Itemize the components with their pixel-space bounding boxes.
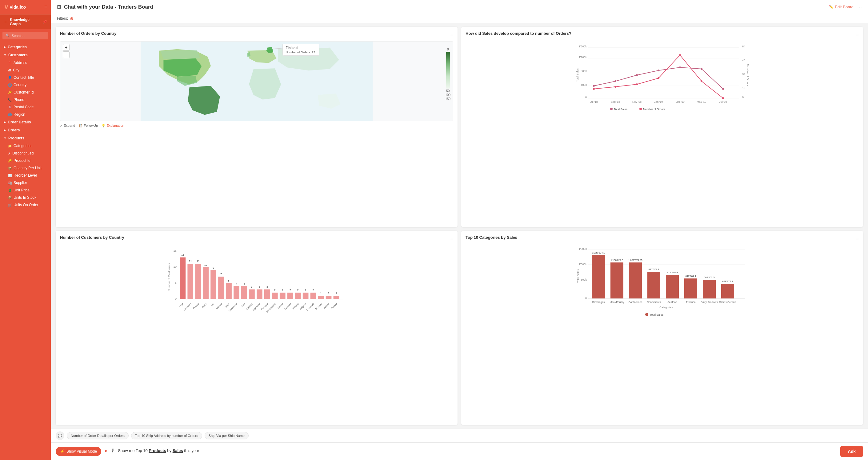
svg-text:32: 32 [742, 72, 745, 76]
more-options-button[interactable]: ··· [857, 4, 862, 10]
bar1-menu-icon[interactable]: ≡ [451, 236, 453, 242]
chat-footer: ⚡ Show Visual Mode ➤ 🎙 Show me Top 10 Pr… [51, 442, 868, 460]
sidebar-item-reorder-level[interactable]: 📊 Reorder Level [0, 172, 51, 179]
svg-text:4: 4 [243, 282, 245, 285]
svg-rect-94 [326, 296, 332, 299]
map-zoom-out-button[interactable]: − [63, 51, 69, 58]
svg-text:3: 3 [259, 285, 260, 288]
sidebar-item-region[interactable]: 🌐 Region [0, 111, 51, 118]
city-icon: 🏙 [8, 69, 11, 72]
chat-input-text[interactable]: Show me Top 10 Products by Sales this ye… [118, 448, 837, 453]
svg-text:Finland: Finland [292, 303, 299, 310]
followup-button[interactable]: 📋 FollowUp [79, 124, 98, 127]
sidebar-item-supplier[interactable]: 🏭 Supplier [0, 179, 51, 186]
bar2-menu-icon[interactable]: ≡ [856, 236, 859, 242]
svg-text:Jan '19: Jan '19 [654, 100, 663, 103]
sidebar-item-customer-id[interactable]: 🔑 Customer Id [0, 89, 51, 96]
explanation-button[interactable]: 💡 Explanation [101, 124, 124, 127]
sidebar-item-country[interactable]: 🌐 Country [0, 81, 51, 89]
edit-board-button[interactable]: ✏️ Edit Board [829, 5, 854, 9]
reorder-level-icon: 📊 [8, 174, 12, 177]
svg-text:5: 5 [175, 281, 177, 284]
ask-button[interactable]: Ask [840, 446, 863, 457]
svg-point-153 [645, 313, 648, 316]
sidebar-item-products[interactable]: ▼ Products [0, 134, 51, 142]
svg-text:Total Sales: Total Sales [650, 313, 664, 316]
map-chart-title: Number of Orders by Country [60, 31, 116, 36]
categories-label: Categories [8, 45, 27, 49]
svg-text:Total Sales: Total Sales [614, 108, 628, 111]
search-box[interactable]: 🔍 [2, 32, 48, 39]
chat-keyword-sales: Sales [173, 448, 183, 453]
sidebar-item-product-id[interactable]: 🔑 Product Id [0, 157, 51, 164]
sidebar-item-order-details[interactable]: ▶ Order Details [0, 118, 51, 126]
svg-text:Ireland: Ireland [323, 303, 330, 310]
svg-rect-134 [647, 272, 660, 299]
visual-mode-button[interactable]: ⚡ Show Visual Mode [56, 447, 101, 456]
svg-point-29 [593, 85, 595, 87]
sidebar-item-city[interactable]: 🏙 City [0, 66, 51, 74]
kg-pin-icon: 📌 [42, 20, 47, 24]
sidebar-item-contact-title[interactable]: 👤 Contact Title [0, 74, 51, 81]
topbar: ⊞ Chat with your Data - Traders Board ✏️… [51, 0, 868, 14]
svg-text:Number of Orders: 22: Number of Orders: 22 [285, 51, 315, 54]
sidebar: ∨ vidalico ≡ ← Knowledge Graph 📌 🔍 ▶ Cat… [0, 0, 51, 460]
explanation-icon: 💡 [101, 124, 105, 127]
svg-text:Brazil: Brazil [201, 303, 207, 309]
sidebar-item-qty-per-unit[interactable]: 📦 Quantity Per Unit [0, 164, 51, 172]
sidebar-item-address[interactable]: 📍 Address [0, 59, 51, 66]
svg-rect-88 [303, 293, 309, 299]
svg-rect-64 [211, 270, 216, 299]
svg-rect-74 [249, 289, 255, 299]
svg-text:400k: 400k [581, 83, 587, 87]
sidebar-item-discontinued[interactable]: ✗ Discontinued [0, 150, 51, 157]
suggestion-2[interactable]: Top 10 Ship Address by number of Orders [131, 432, 202, 439]
search-input[interactable] [12, 34, 45, 37]
chat-icon-button[interactable]: 💬 [56, 431, 64, 440]
hamburger-icon[interactable]: ≡ [44, 4, 47, 10]
expand-button[interactable]: ⤢ Expand [60, 124, 75, 127]
line-menu-icon[interactable]: ≡ [856, 32, 859, 38]
bar2-chart-container: 1'500k 1'000k 500k 0 Total Sales 1'327'8… [466, 245, 859, 325]
customers-label: Customers [8, 53, 28, 57]
svg-point-30 [615, 80, 616, 82]
suggestion-3[interactable]: Ship Via per Ship Name [205, 432, 249, 439]
sidebar-item-orders[interactable]: ▶ Orders [0, 126, 51, 134]
svg-text:Spain: Spain [224, 303, 230, 309]
svg-rect-138 [684, 278, 697, 299]
svg-text:Argentina: Argentina [252, 302, 261, 311]
sidebar-item-postal-code[interactable]: 📮 Postal Code [0, 103, 51, 111]
map-menu-icon[interactable]: ≡ [451, 32, 453, 38]
svg-text:10: 10 [174, 265, 177, 268]
svg-text:0: 0 [585, 96, 587, 99]
map-controls: + − [63, 44, 69, 58]
knowledge-graph-section[interactable]: ← Knowledge Graph 📌 [0, 14, 51, 29]
chevron-down-icon-2: ▼ [4, 136, 6, 140]
bar1-chart-title: Number of Customers by Country [60, 235, 124, 240]
sidebar-item-customers[interactable]: ▼ Customers [0, 51, 51, 59]
sidebar-item-unit-price[interactable]: 💲 Unit Price [0, 186, 51, 194]
svg-point-37 [615, 86, 616, 88]
sidebar-item-units-in-stock[interactable]: 📦 Units In Stock [0, 194, 51, 201]
svg-text:1'100'022.3: 1'100'022.3 [611, 259, 623, 262]
map-chart-card: Number of Orders by Country ≡ + − [56, 27, 458, 227]
add-filter-button[interactable]: ⊕ [70, 16, 73, 21]
mic-icon[interactable]: 🎙 [111, 448, 115, 454]
map-zoom-in-button[interactable]: + [63, 44, 69, 51]
bar2-chart-svg: 1'500k 1'000k 500k 0 Total Sales 1'327'8… [466, 245, 859, 325]
sidebar-item-prod-categories[interactable]: 📁 Categories [0, 142, 51, 150]
filters-label: Filters: [57, 16, 68, 21]
svg-rect-132 [629, 263, 642, 299]
categories-section[interactable]: ▶ Categories [0, 43, 51, 51]
svg-text:Grains/Cereals: Grains/Cereals [719, 301, 737, 304]
sidebar-item-phone[interactable]: 📞 Phone [0, 96, 51, 103]
map-legend: 0 50 100 150 [445, 48, 451, 101]
suggestion-1[interactable]: Number of Order Details per Orders [67, 432, 129, 439]
svg-text:Condiments: Condiments [647, 301, 661, 304]
back-arrow-icon: ← [4, 20, 7, 24]
page-title: Chat with your Data - Traders Board [64, 4, 153, 10]
sidebar-item-units-on-order[interactable]: 🛒 Units On Order [0, 201, 51, 209]
svg-text:Norway: Norway [315, 303, 322, 310]
svg-rect-84 [287, 293, 293, 299]
svg-text:3: 3 [267, 285, 268, 288]
